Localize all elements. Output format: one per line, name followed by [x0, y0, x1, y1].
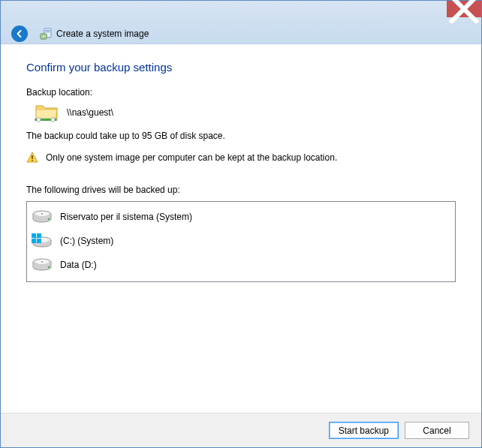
- warning-icon: [26, 152, 38, 164]
- drive-row: Data (D:): [32, 253, 450, 277]
- svg-point-23: [48, 266, 50, 269]
- close-button[interactable]: [447, 1, 481, 17]
- drives-list: Riservato per il sistema (System) (C:) (…: [26, 201, 456, 282]
- svg-rect-8: [32, 155, 33, 159]
- header-title: Create a system image: [56, 29, 149, 39]
- titlebar: [1, 1, 481, 23]
- svg-rect-1: [46, 30, 50, 31]
- drive-name: Riservato per il sistema (System): [60, 212, 192, 222]
- header-row: Create a system image: [1, 23, 481, 44]
- svg-point-4: [42, 35, 45, 38]
- svg-rect-17: [37, 233, 41, 238]
- wizard-window: Create a system image Confirm your backu…: [0, 0, 482, 448]
- backup-location-label: Backup location:: [26, 87, 456, 98]
- svg-rect-7: [51, 118, 55, 122]
- warning-text: Only one system image per computer can b…: [46, 152, 337, 163]
- drive-name: Data (D:): [60, 260, 97, 270]
- svg-rect-16: [32, 233, 36, 238]
- drive-row: Riservato per il sistema (System): [32, 205, 450, 229]
- size-note: The backup could take up to 95 GB of dis…: [26, 131, 456, 141]
- svg-rect-9: [32, 160, 33, 161]
- back-arrow-icon: [15, 29, 24, 38]
- svg-rect-18: [32, 239, 36, 243]
- button-row: Start backup Cancel: [1, 413, 481, 447]
- backup-location-row: \\nas\guest\: [34, 102, 456, 123]
- svg-rect-2: [46, 32, 50, 32]
- drives-label: The following drives will be backed up:: [26, 185, 456, 195]
- system-image-icon: [40, 28, 52, 40]
- folder-network-icon: [34, 102, 59, 123]
- page-heading: Confirm your backup settings: [26, 61, 456, 74]
- svg-rect-6: [37, 118, 41, 122]
- start-backup-button[interactable]: Start backup: [329, 422, 399, 439]
- drive-name: (C:) (System): [60, 236, 113, 246]
- svg-point-22: [41, 261, 43, 263]
- hard-drive-icon: [32, 257, 53, 272]
- back-button[interactable]: [11, 26, 28, 42]
- svg-rect-19: [37, 239, 41, 243]
- close-icon: [447, 0, 481, 26]
- content-area: Confirm your backup settings Backup loca…: [1, 44, 481, 413]
- svg-point-12: [41, 213, 43, 215]
- svg-point-13: [48, 218, 50, 221]
- system-drive-icon: [32, 233, 53, 248]
- warning-row: Only one system image per computer can b…: [26, 152, 456, 164]
- cancel-button[interactable]: Cancel: [405, 422, 469, 439]
- hard-drive-icon: [32, 209, 53, 224]
- backup-location-value: \\nas\guest\: [67, 107, 113, 118]
- drive-row: (C:) (System): [32, 229, 450, 253]
